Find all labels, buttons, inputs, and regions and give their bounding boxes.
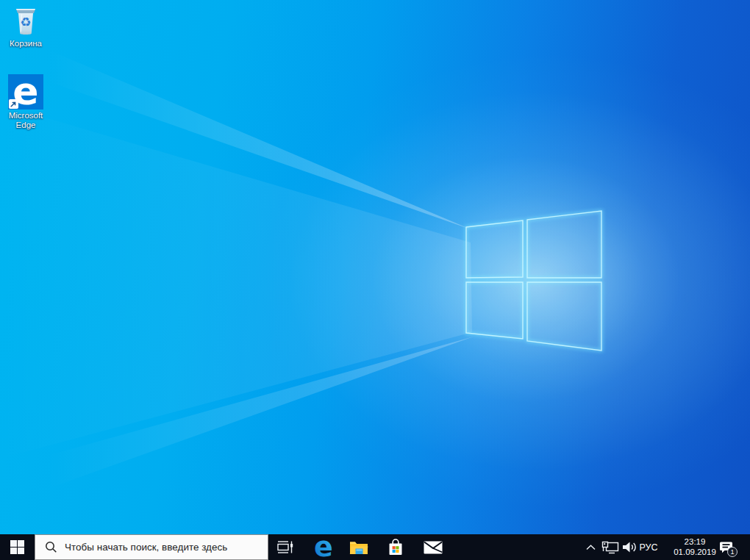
taskbar: e xyxy=(0,534,750,560)
mail-icon xyxy=(424,541,443,554)
edge-taskbar-button[interactable]: e xyxy=(309,534,338,560)
edge-icon-letter: e xyxy=(314,536,333,559)
volume-icon xyxy=(622,541,638,553)
network-ethernet-icon xyxy=(601,541,619,554)
shortcut-arrow-icon xyxy=(9,99,18,109)
desktop-icon-microsoft-edge[interactable]: e Microsoft Edge xyxy=(0,74,51,130)
taskbar-search-box[interactable] xyxy=(35,534,268,560)
desktop-icon-label: Корзина xyxy=(10,39,42,49)
file-explorer-icon xyxy=(349,539,368,555)
search-input[interactable] xyxy=(65,542,268,553)
notification-count-badge: 1 xyxy=(727,547,738,557)
mail-button[interactable] xyxy=(418,534,448,560)
edge-icon: e xyxy=(312,536,335,559)
task-view-button[interactable] xyxy=(272,534,299,560)
task-view-icon xyxy=(277,540,293,554)
action-center-button[interactable]: 1 xyxy=(714,534,738,560)
network-tray-button[interactable] xyxy=(601,534,620,560)
file-explorer-button[interactable] xyxy=(344,534,374,560)
tray-expand-button[interactable] xyxy=(582,534,599,560)
windows-start-icon xyxy=(10,540,24,554)
desktop-wallpaper[interactable] xyxy=(0,0,750,534)
recycle-symbol-glyph: ♻ xyxy=(20,15,31,29)
wallpaper-windows-logo-art xyxy=(0,0,750,534)
search-icon xyxy=(45,541,57,553)
edge-icon: e xyxy=(8,74,43,110)
language-indicator[interactable]: РУС xyxy=(636,534,661,560)
recycle-bin-icon: ♻ xyxy=(8,4,43,37)
desktop-icon-recycle-bin[interactable]: ♻ Корзина xyxy=(0,4,51,49)
store-icon xyxy=(388,538,404,556)
microsoft-store-button[interactable] xyxy=(381,534,410,560)
clock-time: 23:19 xyxy=(685,537,706,548)
desktop-icon-label: Microsoft Edge xyxy=(0,111,51,130)
start-button[interactable] xyxy=(0,534,35,560)
chevron-up-icon xyxy=(586,545,596,550)
clock-date: 01.09.2019 xyxy=(674,548,716,558)
windows-desktop: ♻ Корзина e Microsoft Edge xyxy=(0,0,750,560)
